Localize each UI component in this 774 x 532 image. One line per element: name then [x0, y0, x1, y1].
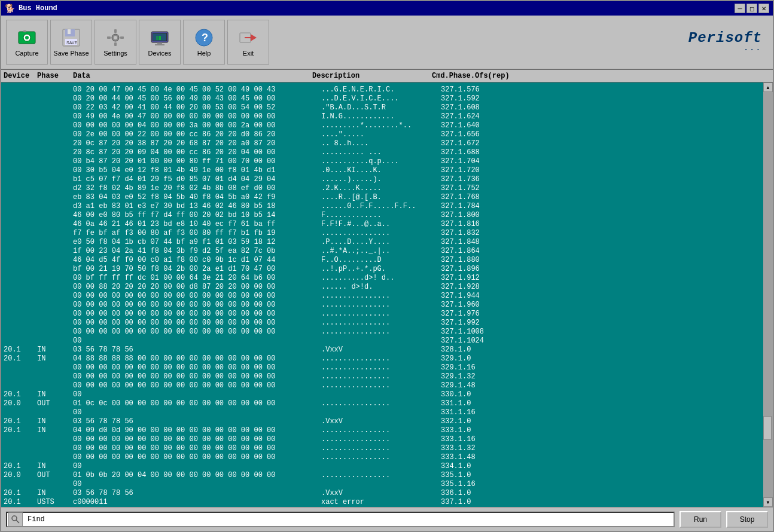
svg-line-27	[16, 520, 19, 523]
find-icon-button[interactable]	[8, 512, 23, 527]
scrollbar-up-button[interactable]: ▲	[763, 82, 773, 92]
cell-device: 20.1	[1, 390, 37, 399]
cell-data: 00 49 00 4e 00 47 00 00 00 00 00 00 00 0…	[73, 112, 321, 121]
table-row: 46 04 d5 4f f0 00 c0 a1 f8 00 c0 9b 1c d…	[1, 256, 763, 265]
title-bar: 🐕 Bus Hound ─ ◻ ✕	[1, 1, 773, 16]
cell-device	[1, 292, 37, 301]
cell-device	[1, 265, 37, 274]
cell-phase	[37, 372, 73, 381]
cell-desc: ..#.*A..;.._.|..	[321, 247, 441, 256]
cell-data: 00 30 b5 04 e0 12 f8 01 4b 49 1e 00 f8 0…	[73, 166, 321, 175]
cell-phase	[37, 211, 73, 220]
minimize-button[interactable]: ─	[735, 4, 745, 13]
cell-cmd: 333.1.48	[441, 453, 560, 462]
cell-device	[1, 175, 37, 184]
cell-desc: F.F!F.#...@..a..	[321, 220, 441, 229]
cell-data: 00 00 00 00 00 00 00 00 00 00 00 00 00 0…	[73, 301, 321, 310]
cell-desc: ................	[321, 319, 441, 328]
cell-data: 00 00 00 00 00 00 00 00 00 00 00 00 00 0…	[73, 328, 321, 337]
cell-desc: ................	[321, 328, 441, 337]
scrollbar-thumb[interactable]	[763, 416, 772, 440]
table-row: 20.0OUT01 0c 0c 00 00 00 00 00 00 00 00 …	[1, 399, 763, 408]
exit-icon	[239, 28, 258, 47]
cell-device: 20.0	[1, 399, 37, 408]
svg-text:SAVE: SAVE	[66, 41, 77, 45]
cell-device	[1, 166, 37, 175]
table-row: 1f 00 23 04 2a 41 f8 04 3b f9 d2 5f ea 8…	[1, 247, 763, 256]
cell-data: 20 0c 87 20 20 38 87 20 20 68 87 20 20 a…	[73, 139, 321, 148]
cell-cmd: 332.1.0	[441, 417, 560, 426]
window-title: Bus Hound	[19, 4, 57, 13]
scrollbar-track[interactable]	[763, 92, 773, 497]
svg-rect-14	[120, 36, 124, 39]
title-bar-left: 🐕 Bus Hound	[5, 4, 57, 14]
cell-cmd: 327.1.944	[441, 292, 560, 301]
cell-phase	[37, 139, 73, 148]
data-scroll[interactable]: 00 2e 00 00 00 2a 03 55 00 53 00 42 00 2…	[1, 82, 763, 507]
cell-cmd: 334.1.0	[441, 462, 560, 471]
restore-button[interactable]: ◻	[746, 4, 757, 13]
devices-button[interactable]: |||| Devices	[139, 20, 181, 65]
svg-rect-6	[68, 29, 71, 34]
table-row: 00331.1.16	[1, 408, 763, 417]
settings-button[interactable]: Settings	[95, 20, 136, 65]
table-row: 00 00 00 00 00 00 00 00 00 00 00 00 00 0…	[1, 301, 763, 310]
table-row: 00 00 00 00 00 04 00 00 00 3a 00 00 00 2…	[1, 121, 763, 130]
cell-device	[1, 283, 37, 292]
settings-label: Settings	[103, 50, 127, 57]
cell-desc: ................	[321, 292, 441, 301]
scrollbar-down-button[interactable]: ▼	[763, 497, 773, 507]
cell-cmd: 329.1.32	[441, 372, 560, 381]
help-button[interactable]: ? Help	[183, 20, 225, 65]
help-icon: ?	[194, 28, 214, 47]
cell-desc: ................	[321, 363, 441, 372]
cell-phase	[37, 256, 73, 265]
cell-desc: .VxxV	[321, 489, 441, 498]
table-row: 00 bf ff ff ff dc 01 00 00 64 3e 21 20 6…	[1, 274, 763, 283]
cell-device	[1, 435, 37, 444]
find-input-wrap: Find	[6, 512, 675, 527]
cell-phase	[37, 444, 73, 453]
cell-data: 00	[73, 337, 321, 346]
find-input[interactable]	[48, 513, 674, 526]
cell-desc: ................	[321, 372, 441, 381]
cell-desc	[321, 337, 441, 346]
cell-phase	[37, 85, 73, 94]
cell-cmd: 333.1.16	[441, 435, 560, 444]
exit-button[interactable]: Exit	[227, 20, 269, 65]
cell-desc: ....R..[@.[.B.	[321, 193, 441, 202]
table-row: 00335.1.16	[1, 480, 763, 489]
cell-cmd: 327.1.880	[441, 256, 560, 265]
cell-cmd: 328.1.0	[441, 346, 560, 354]
table-row: 00 00 00 00 00 00 00 00 00 00 00 00 00 0…	[1, 328, 763, 337]
svg-rect-3	[23, 30, 26, 32]
svg-text:?: ?	[202, 32, 208, 44]
table-row: 00327.1.1024	[1, 337, 763, 346]
devices-icon: ||||	[150, 28, 169, 47]
cell-data: 00 00 88 20 20 20 20 00 00 d8 87 20 20 0…	[73, 283, 321, 292]
settings-icon	[106, 28, 125, 47]
cell-phase	[37, 175, 73, 184]
cell-cmd: 327.1.736	[441, 175, 560, 184]
cell-phase	[37, 103, 73, 112]
capture-button[interactable]: Capture	[6, 20, 48, 65]
cell-phase	[37, 337, 73, 346]
cell-desc: I.N.G............	[321, 112, 441, 121]
cell-desc: ......0..F.F.....F.F..	[321, 202, 441, 211]
cell-data: 00 20 00 44 00 45 00 56 00 49 00 43 00 4…	[73, 94, 321, 103]
close-button[interactable]: ✕	[758, 4, 769, 13]
stop-button[interactable]: Stop	[726, 511, 768, 528]
svg-point-26	[12, 516, 17, 521]
cell-cmd: 327.1.896	[441, 265, 560, 274]
cell-desc: F..O.........D	[321, 256, 441, 265]
svg-rect-17	[157, 42, 162, 44]
cell-desc: ................	[321, 435, 441, 444]
run-button[interactable]: Run	[679, 511, 721, 528]
save-label: Save Phase	[53, 50, 89, 57]
data-area: 00 2e 00 00 00 2a 03 55 00 53 00 42 00 2…	[1, 82, 773, 507]
cell-desc: ................	[321, 229, 441, 238]
cell-device	[1, 85, 37, 94]
cell-device	[1, 408, 37, 417]
save-button[interactable]: SAVE Save Phase	[50, 20, 92, 65]
cell-phase	[37, 363, 73, 372]
